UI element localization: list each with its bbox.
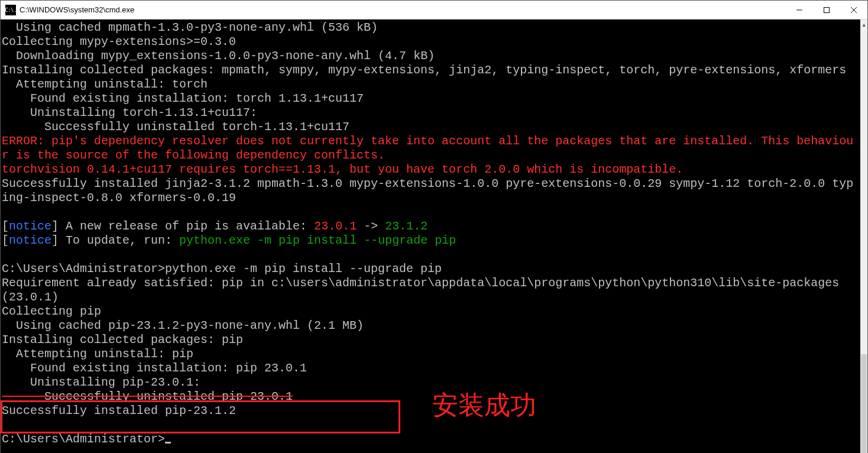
vertical-scrollbar[interactable]: ▲ ▼ xyxy=(860,20,867,453)
close-button[interactable] xyxy=(840,1,867,20)
output-line: Uninstalling torch-1.13.1+cu117: xyxy=(2,106,257,119)
notice-label: notice xyxy=(9,219,51,233)
success-line: Successfully installed pip-23.1.2 xyxy=(2,404,236,418)
output-line: Successfully installed jinja2-3.1.2 mpma… xyxy=(2,177,853,205)
cursor xyxy=(165,442,171,444)
arrow: -> xyxy=(357,219,385,233)
upgrade-command: python.exe -m pip install --upgrade pip xyxy=(179,234,456,247)
output-line: Downloading mypy_extensions-1.0.0-py3-no… xyxy=(2,49,435,63)
bracket: [ xyxy=(2,219,9,233)
output-line: Attempting uninstall: torch xyxy=(2,77,208,91)
titlebar[interactable]: C:\. C:\WINDOWS\system32\cmd.exe xyxy=(1,1,867,20)
app-window: C:\. C:\WINDOWS\system32\cmd.exe Using c… xyxy=(0,0,868,453)
minimize-button[interactable] xyxy=(786,1,813,20)
scrollbar-track[interactable] xyxy=(860,30,867,453)
output-line: Requirement already satisfied: pip in c:… xyxy=(2,276,846,304)
annotation-label: 安装成功 xyxy=(432,398,536,412)
typed-command: python.exe -m pip install --upgrade pip xyxy=(165,262,442,276)
output-line: Found existing installation: torch 1.13.… xyxy=(2,92,364,105)
output-line: Using cached mpmath-1.3.0-py3-none-any.w… xyxy=(2,21,378,34)
scroll-up-icon[interactable]: ▲ xyxy=(860,20,867,30)
cmd-icon: C:\. xyxy=(5,5,16,15)
error-line: torchvision 0.14.1+cu117 requires torch=… xyxy=(2,163,683,176)
maximize-button[interactable] xyxy=(813,1,840,20)
bracket: [ xyxy=(2,234,9,247)
bracket: ] xyxy=(51,219,66,233)
output-line: Collecting pip xyxy=(2,305,101,318)
prompt: C:\Users\Administrator> xyxy=(2,262,165,276)
scrollbar-thumb[interactable] xyxy=(861,354,867,453)
output-line: Installing collected packages: mpmath, s… xyxy=(2,63,846,77)
notice-text: A new release of pip is available: xyxy=(66,219,314,233)
window-title: C:\WINDOWS\system32\cmd.exe xyxy=(20,5,134,14)
prompt: C:\Users\Administrator> xyxy=(2,432,165,446)
output-line: Found existing installation: pip 23.0.1 xyxy=(2,361,307,375)
output-line: Installing collected packages: pip xyxy=(2,333,243,347)
terminal-output[interactable]: Using cached mpmath-1.3.0-py3-none-any.w… xyxy=(1,20,860,453)
notice-label: notice xyxy=(9,234,51,247)
output-line: Attempting uninstall: pip xyxy=(2,347,193,361)
client-area: Using cached mpmath-1.3.0-py3-none-any.w… xyxy=(1,20,867,453)
output-line: Successfully uninstalled torch-1.13.1+cu… xyxy=(2,120,349,134)
new-version: 23.1.2 xyxy=(385,219,427,233)
output-line: Uninstalling pip-23.0.1: xyxy=(2,376,200,389)
output-line: Collecting mypy-extensions>=0.3.0 xyxy=(2,35,236,48)
old-version: 23.0.1 xyxy=(314,219,357,233)
notice-text: To update, run: xyxy=(66,234,179,247)
error-line: ERROR: pip's dependency resolver does no… xyxy=(2,134,853,162)
output-line: Successfully uninstalled pip-23.0.1 xyxy=(2,390,293,403)
bracket: ] xyxy=(51,234,66,247)
svg-rect-0 xyxy=(824,7,830,12)
output-line: Using cached pip-23.1.2-py3-none-any.whl… xyxy=(2,319,364,332)
